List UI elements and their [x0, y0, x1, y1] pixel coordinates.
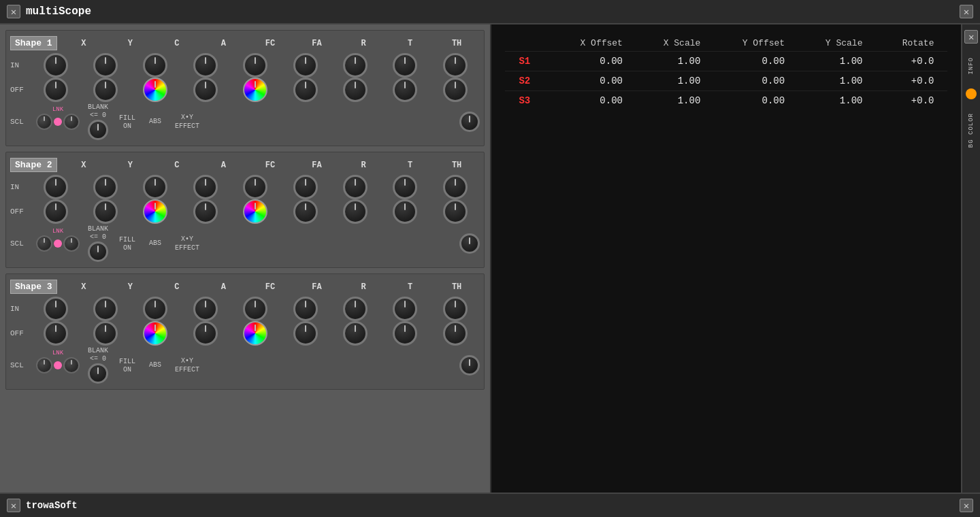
- shape-2-in-row: IN: [10, 175, 480, 199]
- s2-off-a-knob[interactable]: [193, 199, 218, 224]
- s1-off-fc-knob[interactable]: [243, 78, 267, 102]
- s3-off-c-knob[interactable]: [143, 321, 167, 346]
- s1-in-r-knob[interactable]: [343, 53, 368, 78]
- s2-in-th-knob[interactable]: [443, 175, 468, 199]
- s2-in-c-knob[interactable]: [143, 175, 167, 199]
- s3-x-offset: 0.00: [552, 91, 636, 111]
- col-c-2: C: [157, 161, 197, 170]
- s2-lnk-dot[interactable]: [54, 239, 62, 248]
- s2-in-y-knob[interactable]: [93, 175, 118, 199]
- shape-1-block: Shape 1 X Y C A FC FA R T TH IN: [5, 30, 485, 146]
- s3-in-t-knob[interactable]: [393, 297, 417, 321]
- shape-2-off-row: OFF: [10, 199, 480, 224]
- shape-2-scl-row: SCL LNK BLANK <= 0 FILL: [10, 224, 480, 263]
- s3-blank-knob[interactable]: [88, 363, 108, 384]
- s3-off-a-knob[interactable]: [193, 321, 218, 346]
- s2-in-fc-knob[interactable]: [243, 175, 267, 199]
- s1-in-t-knob[interactable]: [393, 53, 417, 78]
- s2-in-t-knob[interactable]: [393, 175, 417, 199]
- table-row-s2: S2 0.00 1.00 0.00 1.00 +0.0: [505, 71, 947, 91]
- s3-off-x-knob[interactable]: [44, 321, 68, 346]
- s3-in-x-knob[interactable]: [44, 297, 68, 321]
- s1-off-a-knob[interactable]: [193, 78, 218, 102]
- s3-off-fc-knob[interactable]: [243, 321, 267, 346]
- s3-off-y-knob[interactable]: [93, 321, 118, 346]
- s1-xy-label: X•Y: [181, 114, 193, 121]
- s1-in-c-knob[interactable]: [143, 53, 167, 78]
- s1-in-a-knob[interactable]: [193, 53, 218, 78]
- footer-text: trowaSoft: [26, 500, 78, 511]
- s1-effect-label: EFFECT: [175, 122, 199, 130]
- s1-off-y-knob[interactable]: [93, 78, 118, 102]
- s3-in-y-knob[interactable]: [93, 297, 118, 321]
- s3-off-fa-knob[interactable]: [293, 321, 318, 346]
- s2-off-y-knob[interactable]: [93, 199, 118, 224]
- s3-in-th-knob[interactable]: [443, 297, 468, 321]
- th-x-offset: X Offset: [552, 35, 636, 52]
- s2-in-fa-knob[interactable]: [293, 175, 318, 199]
- s1-lnk-dot[interactable]: [54, 118, 62, 126]
- th-y-offset: Y Offset: [714, 35, 798, 52]
- s1-in-fa-knob[interactable]: [293, 53, 318, 78]
- s1-in-th-knob[interactable]: [443, 53, 468, 78]
- s1-off-t-knob[interactable]: [393, 78, 417, 102]
- s2-off-th-knob[interactable]: [443, 199, 468, 224]
- bottom-close-right[interactable]: ✕: [960, 499, 973, 512]
- bottom-close-left[interactable]: ✕: [7, 499, 20, 512]
- s2-scl-y-knob[interactable]: [63, 235, 80, 252]
- s2-off-r-knob[interactable]: [343, 199, 368, 224]
- s3-in-fa-knob[interactable]: [293, 297, 318, 321]
- s1-off-r-knob[interactable]: [343, 78, 368, 102]
- s2-scl-x-knob[interactable]: [36, 235, 52, 252]
- s3-scl-th-knob[interactable]: [459, 355, 480, 376]
- s2-off-c-knob[interactable]: [143, 199, 167, 224]
- s1-off-fa-knob[interactable]: [293, 78, 318, 102]
- s2-blank-knob[interactable]: [88, 241, 108, 262]
- s2-off-t-knob[interactable]: [393, 199, 417, 224]
- s1-blank-knob[interactable]: [88, 120, 108, 140]
- s3-off-t-knob[interactable]: [393, 321, 417, 346]
- s2-x-offset: 0.00: [552, 71, 636, 91]
- s3-in-fc-knob[interactable]: [243, 297, 267, 321]
- s1-scl-x-knob[interactable]: [36, 114, 52, 130]
- title-close-right[interactable]: ✕: [960, 5, 973, 18]
- s3-off-th-knob[interactable]: [443, 321, 468, 346]
- title-close-left[interactable]: ✕: [7, 5, 20, 18]
- s3-in-r-knob[interactable]: [343, 297, 368, 321]
- s1-in-y-knob[interactable]: [93, 53, 118, 78]
- s2-off-x-knob[interactable]: [44, 199, 68, 224]
- s3-lnk-label: LNK: [52, 350, 63, 356]
- s1-off-th-knob[interactable]: [443, 78, 468, 102]
- s2-y-offset: 0.00: [714, 71, 798, 91]
- shape-1-col-headers: X Y C A FC FA R T TH: [57, 39, 480, 48]
- s3-y-scale: 1.00: [798, 91, 876, 111]
- s3-lnk-dot[interactable]: [54, 361, 62, 369]
- shape-3-scl-row: SCL LNK BLANK <= 0 FILL: [10, 346, 480, 385]
- s2-off-fc-knob[interactable]: [243, 199, 267, 224]
- s2-scl-th-knob[interactable]: [459, 233, 480, 254]
- s3-in-c-knob[interactable]: [143, 297, 167, 321]
- s3-scl-x-knob[interactable]: [36, 357, 52, 373]
- s2-off-fa-knob[interactable]: [293, 199, 318, 224]
- col-th-1: TH: [436, 39, 477, 48]
- info-orange-dot[interactable]: [966, 88, 977, 99]
- s2-in-a-knob[interactable]: [193, 175, 218, 199]
- side-close-btn[interactable]: ✕: [964, 30, 978, 44]
- col-a-2: A: [203, 161, 244, 170]
- shape-2-block: Shape 2 X Y C A FC FA R T TH IN: [5, 152, 485, 268]
- s3-effect-label: EFFECT: [175, 366, 199, 373]
- shape-3-block: Shape 3 X Y C A FC FA R T TH IN: [5, 273, 485, 390]
- s3-off-r-knob[interactable]: [343, 321, 368, 346]
- s1-scl-th-knob[interactable]: [459, 112, 480, 132]
- middle-row: Shape 1 X Y C A FC FA R T TH IN: [0, 24, 980, 493]
- s1-in-fc-knob[interactable]: [243, 53, 267, 78]
- s3-scl-y-knob[interactable]: [63, 357, 80, 373]
- s1-scl-y-knob[interactable]: [63, 114, 80, 130]
- s2-in-x-knob[interactable]: [44, 175, 68, 199]
- s2-in-r-knob[interactable]: [343, 175, 368, 199]
- s1-off-c-knob[interactable]: [143, 78, 167, 102]
- s1-off-x-knob[interactable]: [44, 78, 68, 102]
- s2-fill-on-label: ON: [123, 244, 131, 252]
- s1-in-x-knob[interactable]: [44, 53, 68, 78]
- s3-in-a-knob[interactable]: [193, 297, 218, 321]
